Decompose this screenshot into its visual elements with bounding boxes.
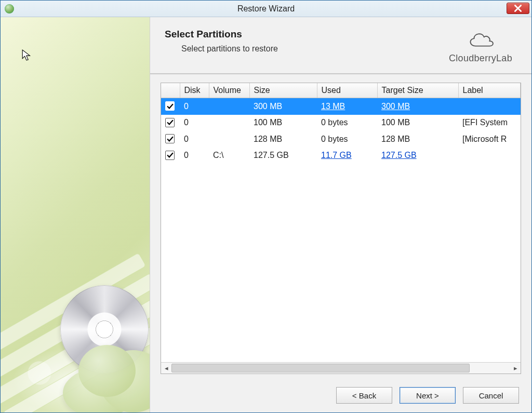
- cell-disk: 0: [180, 98, 209, 115]
- table-header-row: Disk Volume Size Used Target Size Label: [161, 83, 521, 98]
- cell-size: 128 MB: [249, 131, 317, 148]
- scroll-thumb[interactable]: [171, 364, 470, 372]
- cell-size: 300 MB: [249, 98, 317, 115]
- checkbox-icon[interactable]: [165, 134, 175, 143]
- cursor-icon: [21, 49, 33, 61]
- cell-volume: C:\: [209, 148, 249, 164]
- cell-target-size: 128 MB: [377, 131, 458, 148]
- row-checkbox[interactable]: [161, 131, 180, 148]
- checkbox-icon[interactable]: [165, 101, 175, 111]
- cell-target-size: 100 MB: [377, 115, 458, 131]
- scroll-right-arrow[interactable]: ▸: [510, 363, 521, 374]
- checkbox-icon[interactable]: [165, 118, 175, 127]
- wizard-footer: < Back Next > Cancel: [150, 378, 531, 412]
- used-link[interactable]: 13 MB: [321, 102, 345, 111]
- used-link[interactable]: 11.7 GB: [321, 151, 352, 159]
- cell-volume: [209, 115, 249, 131]
- wizard-sidebar: [1, 17, 150, 412]
- page-header: Select Partitions Select partitions to r…: [150, 17, 531, 74]
- wizard-main: Select Partitions Select partitions to r…: [150, 17, 531, 412]
- table-row[interactable]: 0100 MB0 bytes100 MB[EFI System: [161, 115, 521, 131]
- target-size-link[interactable]: 300 MB: [381, 102, 410, 111]
- cell-label: [458, 148, 521, 164]
- horizontal-scrollbar[interactable]: ◂ ▸: [161, 362, 521, 374]
- close-button[interactable]: [507, 3, 529, 14]
- col-header-target-size[interactable]: Target Size: [377, 83, 458, 98]
- page-title: Select Partitions: [165, 29, 444, 40]
- table-row[interactable]: 0128 MB0 bytes128 MB[Microsoft R: [161, 131, 521, 148]
- scroll-left-arrow[interactable]: ◂: [161, 363, 171, 374]
- cell-target-size[interactable]: 300 MB: [377, 98, 458, 115]
- scroll-track[interactable]: [171, 363, 510, 374]
- col-header-label[interactable]: Label: [458, 83, 521, 98]
- col-header-used[interactable]: Used: [317, 83, 377, 98]
- partition-table: Disk Volume Size Used Target Size Label …: [161, 83, 521, 164]
- cell-volume: [209, 131, 249, 148]
- row-checkbox[interactable]: [161, 148, 180, 164]
- cell-used: 0 bytes: [317, 131, 377, 148]
- table-row[interactable]: 0C:\127.5 GB11.7 GB127.5 GB: [161, 148, 521, 164]
- row-checkbox[interactable]: [161, 115, 180, 131]
- cancel-button[interactable]: Cancel: [463, 387, 519, 404]
- cloud-logo-icon: [466, 29, 496, 51]
- cell-disk: 0: [180, 115, 209, 131]
- cell-label: [EFI System: [458, 115, 521, 131]
- brand-name: CloudberryLab: [449, 53, 512, 64]
- window-title: Restore Wizard: [1, 4, 531, 14]
- brand-block: CloudberryLab: [444, 29, 517, 64]
- col-header-size[interactable]: Size: [249, 83, 317, 98]
- cell-disk: 0: [180, 131, 209, 148]
- target-size-link[interactable]: 127.5 GB: [381, 151, 417, 159]
- row-checkbox[interactable]: [161, 98, 180, 115]
- cloud-graphic: [58, 340, 150, 412]
- cell-volume: [209, 98, 249, 115]
- partition-table-container: Disk Volume Size Used Target Size Label …: [161, 83, 521, 374]
- next-button[interactable]: Next >: [400, 387, 456, 404]
- col-header-checkbox[interactable]: [161, 83, 180, 98]
- cell-disk: 0: [180, 148, 209, 164]
- titlebar[interactable]: Restore Wizard: [1, 1, 531, 17]
- col-header-disk[interactable]: Disk: [180, 83, 209, 98]
- col-header-volume[interactable]: Volume: [209, 83, 249, 98]
- back-button[interactable]: < Back: [336, 387, 392, 404]
- restore-wizard-window: Restore Wizard Select Partitions: [0, 0, 532, 413]
- cell-label: [458, 98, 521, 115]
- app-icon: [5, 4, 14, 14]
- page-subtitle: Select partitions to restore: [181, 44, 444, 54]
- cell-size: 127.5 GB: [249, 148, 317, 164]
- cell-used[interactable]: 13 MB: [317, 98, 377, 115]
- cell-size: 100 MB: [249, 115, 317, 131]
- cell-target-size[interactable]: 127.5 GB: [377, 148, 458, 164]
- cell-label: [Microsoft R: [458, 131, 521, 148]
- checkbox-icon[interactable]: [165, 151, 175, 160]
- cell-used: 0 bytes: [317, 115, 377, 131]
- table-row[interactable]: 0300 MB13 MB300 MB: [161, 98, 521, 115]
- close-icon: [514, 5, 522, 12]
- cell-used[interactable]: 11.7 GB: [317, 148, 377, 164]
